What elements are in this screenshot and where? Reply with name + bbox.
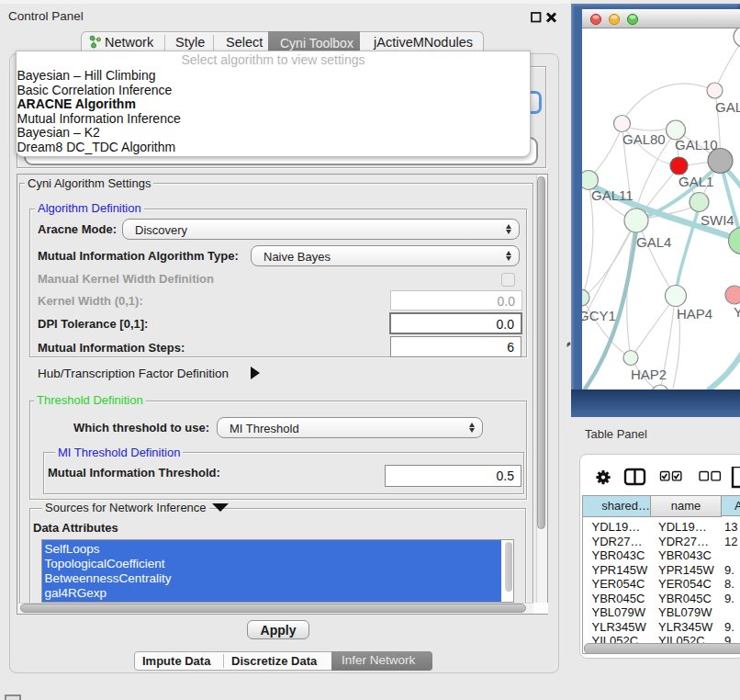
svg-text:GAL10: GAL10 (675, 137, 718, 152)
svg-text:GAL11: GAL11 (591, 187, 633, 203)
svg-text:GAL4: GAL4 (636, 234, 671, 250)
svg-text:GAL2: GAL2 (715, 99, 740, 115)
svg-text:GAL1: GAL1 (678, 174, 713, 189)
svg-text:Y: Y (734, 304, 740, 320)
svg-text:SWI4: SWI4 (701, 212, 734, 228)
svg-text:HAP4: HAP4 (677, 306, 712, 322)
svg-text:GAL80: GAL80 (622, 131, 666, 147)
svg-text:GCY1: GCY1 (582, 308, 616, 323)
svg-text:HAP2: HAP2 (631, 367, 667, 382)
